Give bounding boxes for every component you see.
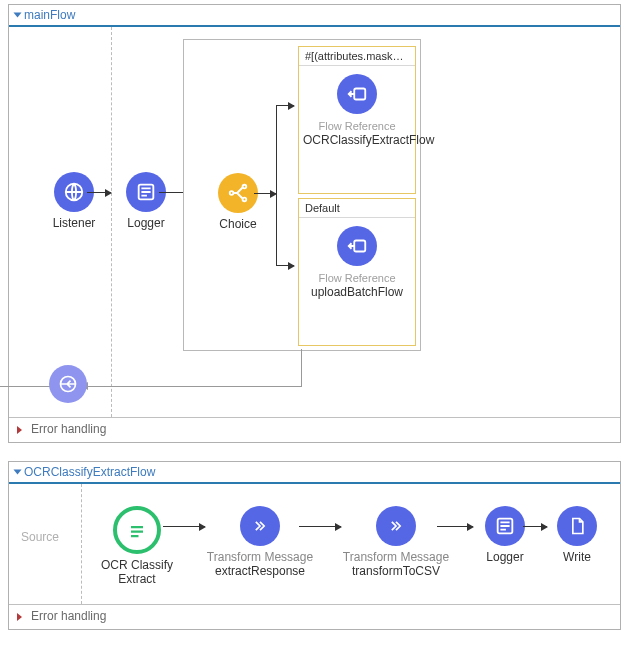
arrow bbox=[299, 526, 341, 527]
transform-icon bbox=[240, 506, 280, 546]
transform-name: extractResponse bbox=[205, 564, 315, 578]
connector bbox=[276, 105, 277, 265]
svg-rect-6 bbox=[354, 241, 365, 252]
listener-label: Listener bbox=[43, 216, 105, 230]
flow-ref-name: uploadBatchFlow bbox=[303, 286, 411, 300]
choice-label: Choice bbox=[210, 217, 266, 231]
collapse-icon bbox=[14, 470, 22, 475]
transform-icon bbox=[376, 506, 416, 546]
globe-back-icon bbox=[49, 365, 87, 403]
error-handling-section[interactable]: Error handling bbox=[9, 604, 620, 629]
write-label: Write bbox=[549, 550, 605, 564]
flow-ref-name: OCRClassifyExtractFlow bbox=[303, 134, 411, 148]
arrow bbox=[276, 265, 294, 266]
ocr-label: OCR Classify Extract bbox=[95, 558, 179, 587]
logger-node[interactable]: Logger bbox=[475, 506, 535, 564]
connector bbox=[87, 386, 301, 387]
logger-node[interactable]: Logger bbox=[115, 172, 177, 230]
flow-title: mainFlow bbox=[24, 8, 75, 22]
transform-node[interactable]: Transform Message extractResponse bbox=[205, 506, 315, 579]
choice-container: Choice .choice-box .arrow:nth-of-type(1)… bbox=[183, 39, 421, 351]
choice-route[interactable]: #[(attributes.maskedRe... Flow Reference… bbox=[298, 46, 416, 194]
arrow bbox=[276, 105, 294, 106]
svg-rect-5 bbox=[354, 89, 365, 100]
choice-route[interactable]: Default Flow Reference uploadBatchFlow bbox=[298, 198, 416, 346]
flow-mainflow: mainFlow Listener Logger bbox=[8, 4, 621, 443]
transform-type: Transform Message bbox=[341, 550, 451, 564]
flow-ref-type: Flow Reference bbox=[303, 120, 411, 132]
flow-ref-icon bbox=[337, 226, 377, 266]
connector bbox=[254, 193, 276, 194]
write-node[interactable]: Write bbox=[549, 506, 605, 564]
flow-header-mainflow[interactable]: mainFlow bbox=[9, 5, 620, 27]
transform-type: Transform Message bbox=[205, 550, 315, 564]
choice-icon bbox=[218, 173, 258, 213]
arrow bbox=[437, 526, 473, 527]
source-divider bbox=[111, 27, 112, 417]
logger-label: Logger bbox=[115, 216, 177, 230]
svg-point-4 bbox=[243, 198, 247, 202]
flow-header-ocr[interactable]: OCRClassifyExtractFlow bbox=[9, 462, 620, 484]
transform-node[interactable]: Transform Message transformToCSV bbox=[341, 506, 451, 579]
arrow bbox=[87, 192, 111, 193]
svg-point-3 bbox=[243, 185, 247, 189]
svg-point-2 bbox=[230, 191, 234, 195]
route-condition: Default bbox=[299, 199, 415, 218]
route-condition: #[(attributes.maskedRe... bbox=[299, 47, 415, 66]
ocr-node[interactable]: OCR Classify Extract bbox=[95, 506, 179, 587]
log-icon bbox=[485, 506, 525, 546]
error-handling-section[interactable]: Error handling bbox=[9, 417, 620, 442]
choice-node[interactable]: Choice bbox=[210, 173, 266, 231]
arrow bbox=[523, 526, 547, 527]
logger-label: Logger bbox=[475, 550, 535, 564]
file-icon bbox=[557, 506, 597, 546]
response-node[interactable] bbox=[43, 365, 93, 403]
listener-node[interactable]: Listener bbox=[43, 172, 105, 230]
flow-ref-icon bbox=[337, 74, 377, 114]
error-collapse-icon bbox=[17, 426, 22, 434]
arrow bbox=[163, 526, 205, 527]
error-label: Error handling bbox=[31, 422, 106, 436]
flow-ref-type: Flow Reference bbox=[303, 272, 411, 284]
ocr-icon bbox=[113, 506, 161, 554]
flow-title: OCRClassifyExtractFlow bbox=[24, 465, 155, 479]
collapse-icon bbox=[14, 13, 22, 18]
connector bbox=[301, 349, 302, 387]
source-divider bbox=[81, 484, 82, 604]
source-label: Source bbox=[21, 530, 59, 544]
flow-ocrclassify: OCRClassifyExtractFlow Source OCR Classi… bbox=[8, 461, 621, 630]
transform-name: transformToCSV bbox=[341, 564, 451, 578]
error-label: Error handling bbox=[31, 609, 106, 623]
error-collapse-icon bbox=[17, 613, 22, 621]
